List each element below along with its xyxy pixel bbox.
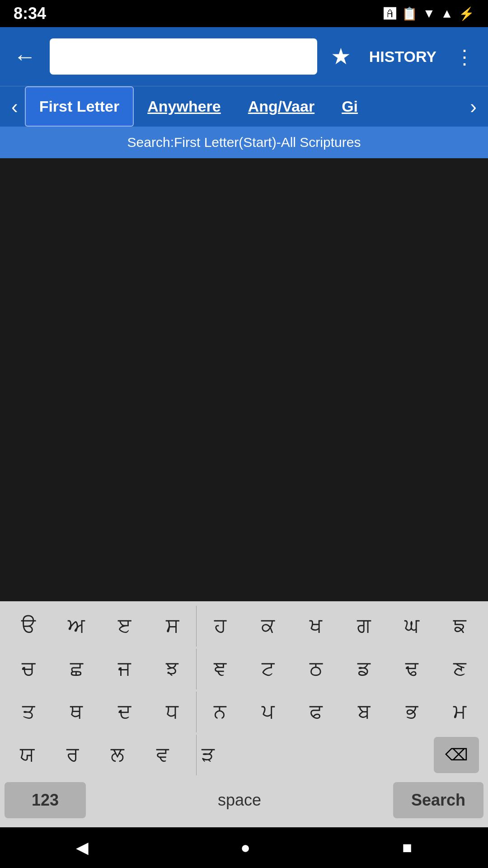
key-bha[interactable]: ਭ: [389, 692, 434, 732]
clipboard-icon: 📋: [402, 6, 418, 21]
search-description: Search:First Letter(Start)-All Scripture…: [0, 127, 488, 158]
status-time: 8:34: [14, 4, 46, 23]
key-ha[interactable]: ਹ: [197, 606, 243, 646]
key-ddha[interactable]: ਢ: [389, 649, 434, 689]
notification-icon: 🅰: [384, 6, 396, 21]
key-kha[interactable]: ਖ: [293, 606, 338, 646]
tab-next-arrow[interactable]: ›: [463, 95, 483, 118]
nav-back-button[interactable]: ◀: [76, 838, 89, 857]
key-ja[interactable]: ਜ: [102, 649, 147, 689]
space-key[interactable]: space: [86, 782, 393, 818]
key-nga[interactable]: ਙ: [437, 606, 482, 646]
key-sa[interactable]: ਸ: [150, 606, 195, 646]
status-bar: 8:34 🅰 📋 ▼ ▲ ⚡: [0, 0, 488, 27]
key-ka[interactable]: ਕ: [245, 606, 291, 646]
top-bar: ← ★ HISTORY ⋮: [0, 27, 488, 86]
key-la[interactable]: ਲ: [95, 735, 140, 775]
key-da[interactable]: ਦ: [102, 692, 147, 732]
key-ta[interactable]: ਤ: [6, 692, 51, 732]
key-ba[interactable]: ਬ: [341, 692, 386, 732]
key-dda[interactable]: ਡ: [341, 649, 386, 689]
key-nna[interactable]: ਣ: [437, 649, 482, 689]
key-rows: ੳ ਅ ੲ ਸ ਹ ਕ ਖ ਗ ਘ ਙ ਚ ਛ ਜ ਝ ਞ ਟ ਠ ਡ ਢ ਣ …: [0, 606, 488, 775]
signal-icon: ▲: [441, 6, 453, 21]
more-options-button[interactable]: ⋮: [450, 41, 479, 73]
key-rra[interactable]: ੜ: [185, 735, 230, 775]
tab-ang-vaar[interactable]: Ang/Vaar: [235, 86, 328, 127]
tabs-container: First Letter Anywhere Ang/Vaar Gi: [25, 86, 464, 127]
battery-icon: ⚡: [459, 6, 474, 21]
key-row-3: ਤ ਥ ਦ ਧ ਨ ਪ ਫ ਬ ਭ ਮ: [5, 692, 483, 732]
key-row-4: ਯ ਰ ਲ ਵ ੜ ⌫: [5, 735, 483, 775]
key-ya[interactable]: ਯ: [5, 735, 50, 775]
search-input[interactable]: [50, 38, 317, 75]
status-icons: 🅰 📋 ▼ ▲ ⚡: [384, 6, 474, 21]
backspace-key[interactable]: ⌫: [434, 737, 479, 773]
key-aa[interactable]: ਅ: [54, 606, 99, 646]
key-tta[interactable]: ਟ: [245, 649, 291, 689]
key-ma[interactable]: ਮ: [437, 692, 482, 732]
key-ca[interactable]: ਚ: [6, 649, 51, 689]
number-key[interactable]: 123: [5, 782, 86, 818]
back-button[interactable]: ←: [9, 39, 41, 74]
main-content: [0, 158, 488, 601]
key-cha[interactable]: ਛ: [54, 649, 99, 689]
tab-bar: ‹ First Letter Anywhere Ang/Vaar Gi ›: [0, 86, 488, 127]
nav-recent-button[interactable]: ■: [402, 838, 412, 857]
star-button[interactable]: ★: [326, 39, 356, 74]
key-jha[interactable]: ਝ: [150, 649, 195, 689]
key-iri[interactable]: ੲ: [102, 606, 147, 646]
history-button[interactable]: HISTORY: [365, 43, 441, 70]
key-row-2: ਚ ਛ ਜ ਝ ਞ ਟ ਠ ਡ ਢ ਣ: [5, 649, 483, 689]
wifi-icon: ▼: [423, 6, 436, 21]
tab-prev-arrow[interactable]: ‹: [5, 95, 25, 118]
android-nav: ◀ ● ■: [0, 827, 488, 868]
keyboard-bottom: 123 space Search: [0, 778, 488, 823]
key-ra[interactable]: ਰ: [50, 735, 95, 775]
tab-anywhere[interactable]: Anywhere: [134, 86, 235, 127]
key-row-1: ੳ ਅ ੲ ਸ ਹ ਕ ਖ ਗ ਘ ਙ: [5, 606, 483, 646]
tab-first-letter[interactable]: First Letter: [25, 86, 134, 127]
key-dha[interactable]: ਧ: [150, 692, 195, 732]
key-ga[interactable]: ਗ: [341, 606, 386, 646]
key-ura[interactable]: ੳ: [6, 606, 51, 646]
tab-gi[interactable]: Gi: [328, 86, 371, 127]
keyboard-area: ੳ ਅ ੲ ਸ ਹ ਕ ਖ ਗ ਘ ਙ ਚ ਛ ਜ ਝ ਞ ਟ ਠ ਡ ਢ ਣ …: [0, 601, 488, 827]
key-na[interactable]: ਨ: [197, 692, 243, 732]
nav-home-button[interactable]: ●: [240, 838, 250, 857]
key-va[interactable]: ਵ: [140, 735, 185, 775]
key-pa[interactable]: ਪ: [245, 692, 291, 732]
search-desc-text: Search:First Letter(Start)-All Scripture…: [127, 135, 361, 150]
key-tha[interactable]: ਥ: [54, 692, 99, 732]
key-ttha[interactable]: ਠ: [293, 649, 338, 689]
key-gha[interactable]: ਘ: [389, 606, 434, 646]
key-nya[interactable]: ਞ: [197, 649, 243, 689]
search-key[interactable]: Search: [393, 782, 483, 818]
key-pha[interactable]: ਫ: [293, 692, 338, 732]
